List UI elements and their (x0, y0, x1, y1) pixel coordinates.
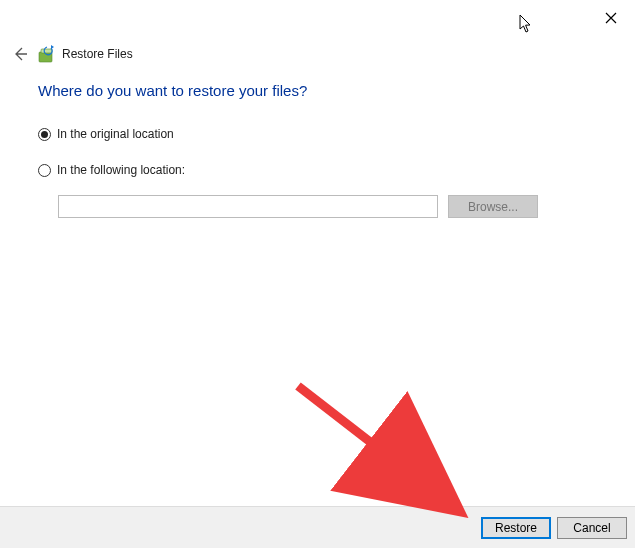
window-title: Restore Files (62, 47, 133, 61)
content-area: Where do you want to restore your files?… (38, 82, 615, 218)
restore-button[interactable]: Restore (481, 517, 551, 539)
radio-icon (38, 164, 51, 177)
radio-following-location[interactable]: In the following location: (38, 163, 615, 177)
back-button[interactable] (8, 42, 32, 66)
header-row: Restore Files (8, 42, 133, 66)
close-icon (605, 12, 617, 24)
button-label: Cancel (573, 521, 610, 535)
cancel-button[interactable]: Cancel (557, 517, 627, 539)
button-label: Restore (495, 521, 537, 535)
back-arrow-icon (12, 46, 28, 62)
annotation-arrow-icon (290, 378, 470, 518)
restore-files-icon (38, 45, 56, 63)
radio-label: In the original location (57, 127, 174, 141)
browse-button: Browse... (448, 195, 538, 218)
footer-bar: Restore Cancel (0, 506, 635, 548)
page-heading: Where do you want to restore your files? (38, 82, 615, 99)
close-button[interactable] (595, 4, 627, 32)
radio-label: In the following location: (57, 163, 185, 177)
path-row: Browse... (58, 195, 615, 218)
radio-original-location[interactable]: In the original location (38, 127, 615, 141)
titlebar (0, 0, 635, 36)
radio-icon (38, 128, 51, 141)
restore-path-input[interactable] (58, 195, 438, 218)
svg-line-2 (298, 386, 440, 496)
svg-rect-1 (41, 49, 52, 53)
